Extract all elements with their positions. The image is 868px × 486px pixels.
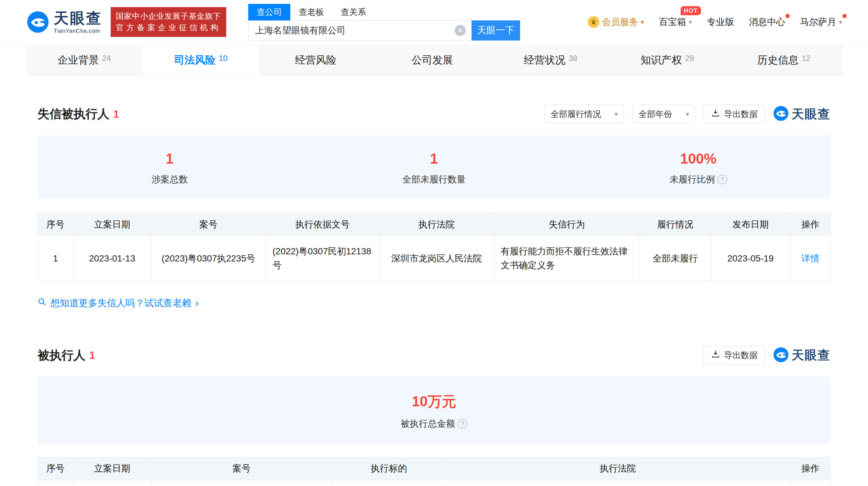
toolbox-link[interactable]: 百宝箱 ▾ HOT — [659, 16, 692, 28]
brand-logo[interactable]: 天眼查 TianYanCha.com — [27, 11, 102, 34]
dishonest-debtor-table: 序号 立案日期 案号 执行依据文号 执行法院 失信行为 履行情况 发布日期 操作… — [37, 213, 831, 281]
tianyancha-logo-icon — [774, 347, 788, 364]
chevron-down-icon: ▾ — [839, 18, 842, 26]
section-title: 被执行人 — [37, 347, 86, 364]
stat-executed-amount: 10万元 被执行总金额 ? — [37, 392, 831, 430]
header-cell: 操作 — [790, 213, 831, 236]
brand-domain: TianYanCha.com — [54, 28, 102, 34]
stat-total-cases: 1 涉案总数 — [37, 151, 302, 185]
chevron-down-icon: ▾ — [641, 18, 644, 26]
search-tab-boss[interactable]: 查老板 — [290, 4, 332, 21]
filter-year-select[interactable]: 全部年份 ▾ — [632, 105, 695, 123]
export-data-button[interactable]: 导出数据 — [704, 105, 765, 123]
executed-person-section: 被执行人 1 导出数据 — [37, 310, 831, 486]
company-tabs: 企业背景24 司法风险10 经营风险 公司发展 经营状况38 知识产权29 历史… — [26, 45, 842, 76]
stat-unfulfilled-ratio: 100% 未履行比例 ? — [566, 151, 831, 185]
header-cell: 案号 — [151, 457, 332, 480]
tianyancha-watermark: 天眼查 — [774, 347, 831, 364]
dishonest-debtor-section: 失信被执行人 1 全部履行情况 ▾ 全部年份 ▾ — [37, 76, 831, 310]
search-input[interactable] — [248, 21, 471, 40]
executed-stats-panel: 10万元 被执行总金额 ? — [37, 376, 831, 444]
executed-person-table: 序号 立案日期 案号 执行标的 执行法院 操作 1 2023-01-13 (20… — [37, 457, 831, 486]
gov-certification-badge: 国家中小企业发展子基金旗下 官方备案企业征信机构 — [111, 7, 226, 37]
cell-filing-date: 2023-01-13 — [73, 236, 151, 281]
header-cell: 序号 — [38, 213, 73, 236]
tab-operation-status[interactable]: 经营状况38 — [492, 45, 609, 75]
download-icon — [711, 350, 720, 361]
chevron-down-icon: ▾ — [615, 110, 618, 118]
table-row: 1 2023-01-13 (2023)粤0307执2235号 (2022)粤03… — [38, 236, 831, 281]
header-nav: ♛ 会员服务 ▾ 百宝箱 ▾ HOT 专业版 消息中心 马尔萨月 ▾ — [588, 16, 842, 28]
tab-judicial-risk[interactable]: 司法风险10 — [143, 45, 259, 75]
download-icon — [711, 109, 720, 120]
filter-performance-select[interactable]: 全部履行情况 ▾ — [545, 105, 624, 123]
table-header-row: 序号 立案日期 案号 执行依据文号 执行法院 失信行为 履行情况 发布日期 操作 — [38, 213, 831, 236]
message-center-link[interactable]: 消息中心 — [749, 16, 785, 28]
cell-case-number: (2023)粤0307执2235号 — [151, 236, 266, 281]
table-header-row: 序号 立案日期 案号 执行标的 执行法院 操作 — [38, 457, 831, 480]
user-menu[interactable]: 马尔萨月 ▾ — [800, 16, 842, 28]
search-button[interactable]: 天眼一下 — [471, 21, 520, 40]
header-cell: 立案日期 — [73, 213, 151, 236]
cell-execution-target: 100000元 — [332, 480, 446, 486]
header-cell: 立案日期 — [73, 457, 151, 480]
header-cell: 失信行为 — [494, 213, 640, 236]
clear-icon[interactable]: × — [455, 25, 466, 36]
crown-icon: ♛ — [588, 16, 599, 28]
header-cell: 执行依据文号 — [266, 213, 379, 236]
cell-dishonest-behavior: 有履行能力而拒不履行生效法律文书确定义务 — [494, 236, 640, 281]
cell-publish-date: 2023-05-19 — [711, 236, 790, 281]
export-data-button[interactable]: 导出数据 — [704, 346, 765, 365]
cell-index: 1 — [38, 236, 73, 281]
cell-performance: 全部未履行 — [640, 236, 711, 281]
header-cell: 序号 — [38, 457, 73, 480]
search-tab-company[interactable]: 查公司 — [248, 4, 290, 21]
detail-link[interactable]: 详情 — [801, 253, 819, 263]
cell-index: 1 — [38, 480, 73, 486]
tianyancha-watermark: 天眼查 — [774, 106, 831, 122]
search-icon — [37, 297, 46, 309]
tab-company-background[interactable]: 企业背景24 — [26, 45, 143, 75]
notification-dot — [842, 14, 847, 18]
help-icon[interactable]: ? — [717, 175, 727, 184]
section-title: 失信被执行人 — [37, 106, 110, 122]
header-cell: 案号 — [151, 213, 266, 236]
cell-court: 深圳市龙岗区人民法院 — [379, 236, 494, 281]
header-cell: 操作 — [790, 457, 831, 480]
cell-case-number: (2023)粤0307执2235号 — [151, 480, 332, 486]
stat-unfulfilled-count: 1 全部未履行数量 — [302, 151, 566, 185]
cell-court: 深圳市龙岗区人民法院 — [446, 480, 790, 486]
tianyancha-logo-icon — [774, 106, 788, 122]
header-cell: 执行标的 — [332, 457, 446, 480]
search-area: 查公司 查老板 查关系 × 天眼一下 — [248, 4, 520, 40]
header-cell: 执行法院 — [379, 213, 494, 236]
vip-service-link[interactable]: ♛ 会员服务 ▾ — [588, 16, 644, 28]
dishonest-stats-panel: 1 涉案总数 1 全部未履行数量 100% 未履行比例 ? — [37, 135, 831, 199]
table-row: 1 2023-01-13 (2023)粤0307执2235号 100000元 深… — [38, 480, 831, 486]
top-header: 天眼查 TianYanCha.com 国家中小企业发展子基金旗下 官方备案企业征… — [0, 0, 868, 45]
header-cell: 执行法院 — [446, 457, 790, 480]
section-count: 1 — [113, 108, 119, 120]
cell-basis-number: (2022)粤0307民初12138号 — [266, 236, 379, 281]
header-cell: 发布日期 — [711, 213, 790, 236]
search-tab-relation[interactable]: 查关系 — [332, 4, 374, 21]
more-dishonest-link[interactable]: 想知道更多失信人吗？试试查老赖 › — [37, 297, 831, 310]
tianyancha-logo-icon — [27, 11, 49, 33]
tab-intellectual-property[interactable]: 知识产权29 — [609, 45, 725, 75]
search-tabs: 查公司 查老板 查关系 — [248, 4, 520, 21]
tab-company-development[interactable]: 公司发展 — [376, 45, 492, 75]
hot-badge: HOT — [681, 6, 701, 15]
section-count: 1 — [89, 349, 95, 361]
help-icon[interactable]: ? — [458, 419, 467, 429]
pro-version-link[interactable]: 专业版 — [707, 16, 734, 28]
tab-history-info[interactable]: 历史信息12 — [725, 45, 842, 75]
chevron-right-icon: › — [195, 297, 199, 309]
chevron-down-icon: ▾ — [686, 110, 689, 118]
notification-dot — [785, 14, 790, 18]
header-cell: 履行情况 — [640, 213, 711, 236]
brand-name: 天眼查 — [54, 11, 102, 26]
cell-filing-date: 2023-01-13 — [73, 480, 151, 486]
tab-operation-risk[interactable]: 经营风险 — [259, 45, 376, 75]
chevron-down-icon: ▾ — [689, 18, 692, 26]
